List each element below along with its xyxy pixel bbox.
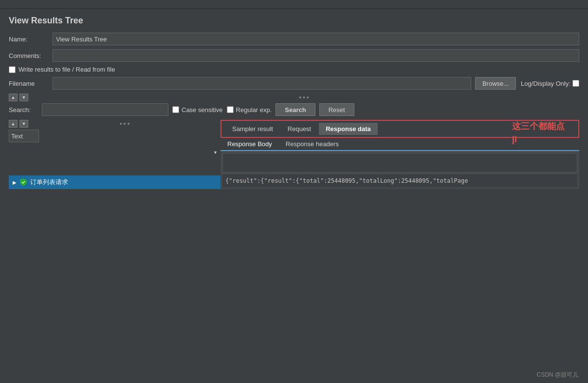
tab-request[interactable]: Request	[281, 123, 318, 135]
response-body-area: {"result":{"result":{"total":25448095,"t…	[220, 151, 579, 189]
comments-input[interactable]	[53, 49, 579, 62]
case-sensitive-label[interactable]: Case sensitive	[172, 106, 223, 114]
response-json-content: {"result":{"result":{"total":25448095,"t…	[222, 174, 577, 187]
filename-input[interactable]	[53, 77, 471, 90]
regular-exp-label[interactable]: Regular exp.	[227, 106, 272, 114]
write-results-row: Write results to file / Read from file	[9, 66, 579, 73]
panel-title: View Results Tree	[9, 16, 579, 26]
main-panel: View Results Tree Name: Comments: Write …	[0, 9, 588, 189]
arrow-down-btn-1[interactable]: ▼	[19, 94, 28, 101]
left-arrow-up[interactable]: ▲	[9, 120, 18, 128]
tree-expand-arrow: ▶	[13, 180, 17, 185]
search-row: Search: Case sensitive Regular exp. Sear…	[9, 103, 579, 116]
tree-item-label: 订单列表请求	[30, 178, 68, 187]
dots-separator-1: •••	[30, 94, 579, 101]
response-content-box	[222, 153, 577, 172]
csdn-watermark: CSDN @甜可儿	[536, 371, 578, 379]
reset-button[interactable]: Reset	[319, 103, 354, 116]
browse-button[interactable]: Browse...	[475, 77, 516, 90]
regular-exp-text: Regular exp.	[236, 106, 272, 114]
annotation-text: 这三个都能点 ji	[512, 120, 565, 146]
comments-row: Comments:	[9, 49, 579, 62]
content-area: ▲ ▼ ••• Text HTML JSON XML ▶	[9, 120, 579, 189]
name-label: Name:	[9, 36, 53, 43]
tree-item-order-list[interactable]: ▶ 订单列表请求	[9, 175, 220, 189]
tab-response-headers[interactable]: Response headers	[279, 138, 346, 151]
shield-icon	[19, 178, 27, 186]
text-dropdown-wrapper[interactable]: Text HTML JSON XML	[9, 130, 220, 175]
tab-sampler-result[interactable]: Sampler result	[225, 123, 280, 135]
text-dropdown[interactable]: Text HTML JSON XML	[9, 130, 39, 142]
annotation-line2: ji	[512, 134, 517, 144]
dots-separator-2: •••	[30, 120, 220, 128]
name-row: Name:	[9, 33, 579, 45]
write-results-checkbox[interactable]	[9, 66, 16, 73]
arrow-up-btn-1[interactable]: ▲	[9, 94, 18, 101]
log-display-checkbox[interactable]	[572, 80, 579, 87]
search-button[interactable]: Search	[276, 103, 315, 116]
annotation-line1: 这三个都能点	[512, 121, 565, 131]
comments-label: Comments:	[9, 52, 53, 59]
top-toolbar	[0, 0, 588, 9]
case-sensitive-checkbox[interactable]	[172, 106, 179, 113]
left-toolbar: ▲ ▼ •••	[9, 120, 220, 128]
tab-response-body[interactable]: Response Body	[220, 138, 279, 151]
left-panel: ▲ ▼ ••• Text HTML JSON XML ▶	[9, 120, 220, 189]
regular-exp-checkbox[interactable]	[227, 106, 234, 113]
search-label: Search:	[9, 106, 38, 114]
log-display-label: Log/Display Only:	[521, 80, 570, 87]
filename-row: Filename Browse... Log/Display Only:	[9, 77, 579, 90]
tab-response-data[interactable]: Response data	[319, 123, 377, 135]
filename-label: Filename	[9, 80, 53, 87]
name-input[interactable]	[53, 33, 579, 45]
case-sensitive-text: Case sensitive	[182, 106, 223, 114]
left-arrow-down[interactable]: ▼	[19, 120, 28, 128]
divider-bar-1: ▲ ▼ •••	[9, 94, 579, 101]
right-section: Sampler result Request Response data 这三个…	[220, 120, 579, 189]
write-results-label: Write results to file / Read from file	[18, 66, 115, 73]
search-input[interactable]	[42, 103, 168, 116]
